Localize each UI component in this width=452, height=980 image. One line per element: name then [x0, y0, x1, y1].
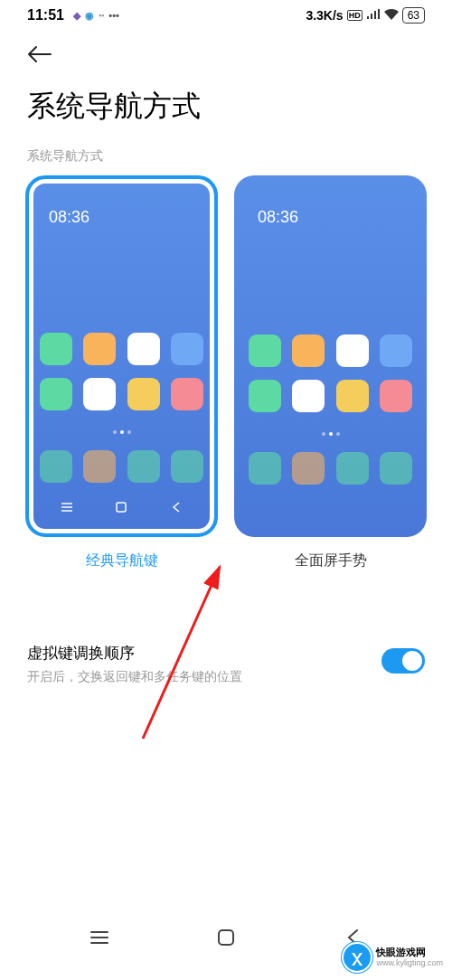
setting-swap-keys: 虚拟键调换顺序 开启后，交换返回键和多任务键的位置: [0, 643, 452, 685]
status-time: 11:51: [27, 7, 64, 24]
mockup-time: 08:36: [245, 186, 416, 227]
status-hd-icon: HD: [347, 10, 363, 21]
battery-icon: 63: [402, 7, 425, 24]
mockup-apps: [245, 335, 416, 526]
app-icon: [83, 378, 116, 410]
page-dots: [40, 430, 203, 434]
app-icon: [171, 450, 203, 483]
watermark-url: www.kyligting.com: [376, 958, 443, 968]
app-icon: [336, 380, 369, 412]
status-app-icons: ◆ ◉ ▪▪ •••: [73, 10, 119, 22]
app-icon: [127, 450, 160, 483]
app-icon: [380, 380, 412, 412]
app-icon: [83, 333, 116, 365]
toggle-swap-keys[interactable]: [381, 648, 425, 674]
mockup-apps: [36, 333, 207, 526]
page-dots: [249, 432, 412, 436]
option-label-gesture: 全面屏手势: [295, 551, 367, 570]
option-label-classic: 经典导航键: [86, 551, 158, 570]
app-icon: [292, 380, 325, 412]
option-gesture[interactable]: 08:36: [234, 175, 427, 570]
app-icon: [171, 333, 203, 365]
nav-menu-button[interactable]: [88, 926, 111, 949]
app-icon: [336, 335, 369, 367]
watermark-name: 快眼游戏网: [376, 947, 443, 958]
app-icon: [40, 333, 72, 365]
app-icon: [40, 378, 72, 410]
app-icon: [127, 378, 160, 410]
app-icon: [40, 450, 72, 483]
section-label: 系统导航方式: [0, 148, 452, 175]
mockup-nav-bar: [40, 495, 203, 517]
watermark-logo: [344, 944, 371, 971]
status-bar: 11:51 ◆ ◉ ▪▪ ••• 3.3K/s HD 63: [0, 0, 452, 27]
nav-options: 08:36: [0, 175, 452, 570]
app-icon: [171, 378, 203, 410]
watermark-text: 快眼游戏网 www.kyligting.com: [376, 947, 443, 968]
setting-text: 虚拟键调换顺序 开启后，交换返回键和多任务键的位置: [27, 643, 381, 685]
status-left: 11:51 ◆ ◉ ▪▪ •••: [27, 7, 119, 24]
toggle-thumb: [402, 651, 422, 671]
app-icon: [336, 452, 369, 485]
back-button[interactable]: [0, 27, 452, 74]
back-icon: [168, 501, 184, 514]
app-icon: [83, 450, 116, 483]
setting-desc: 开启后，交换返回键和多任务键的位置: [27, 669, 381, 685]
home-icon: [113, 501, 129, 514]
app-icon: [292, 335, 325, 367]
svg-rect-2: [219, 930, 233, 945]
mockup-classic: 08:36: [25, 175, 218, 537]
app-icon: [380, 452, 412, 485]
status-right: 3.3K/s HD 63: [306, 7, 425, 24]
page-title: 系统导航方式: [0, 74, 452, 148]
status-speed: 3.3K/s: [306, 8, 343, 23]
wifi-icon: [384, 8, 399, 23]
app-icon: [249, 452, 281, 485]
mockup-gesture: 08:36: [234, 175, 427, 537]
svg-rect-0: [117, 503, 126, 512]
option-classic[interactable]: 08:36: [25, 175, 218, 570]
setting-title: 虚拟键调换顺序: [27, 643, 381, 664]
mockup-time: 08:36: [36, 186, 207, 227]
watermark: 快眼游戏网 www.kyligting.com: [344, 944, 443, 971]
signal-icon: [366, 8, 381, 23]
app-icon: [127, 333, 160, 365]
app-icon: [249, 335, 281, 367]
app-icon: [292, 452, 325, 485]
app-icon: [380, 335, 412, 367]
menu-icon: [59, 501, 75, 514]
nav-home-button[interactable]: [214, 926, 238, 949]
app-icon: [249, 380, 281, 412]
